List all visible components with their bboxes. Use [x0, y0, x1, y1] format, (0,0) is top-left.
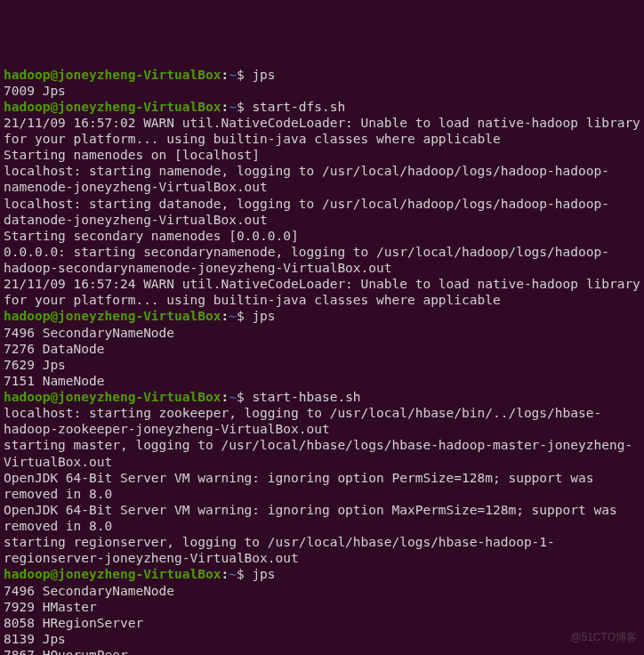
prompt-user-host: hadoop@joneyzheng-VirtualBox	[4, 68, 221, 82]
prompt-path: ~	[229, 309, 237, 323]
prompt-dollar: $	[237, 309, 252, 323]
output-line: localhost: starting zookeeper, logging t…	[4, 405, 640, 437]
output-line: 7629 Jps	[4, 357, 640, 373]
prompt-colon: :	[221, 100, 229, 114]
command-text: start-dfs.sh	[252, 100, 345, 114]
command-line[interactable]: hadoop@joneyzheng-VirtualBox:~$ start-hb…	[4, 389, 640, 405]
output-line: OpenJDK 64-Bit Server VM warning: ignori…	[4, 470, 640, 502]
prompt-path: ~	[229, 68, 237, 82]
output-line: Starting secondary namenodes [0.0.0.0]	[4, 228, 640, 244]
command-text: start-hbase.sh	[252, 390, 360, 404]
prompt-dollar: $	[237, 68, 252, 82]
command-text: jps	[252, 309, 275, 323]
output-line: 8058 HRegionServer	[4, 615, 640, 631]
output-line: 7276 DataNode	[4, 341, 640, 357]
shell-prompt: hadoop@joneyzheng-VirtualBox:~$	[4, 567, 252, 581]
command-line[interactable]: hadoop@joneyzheng-VirtualBox:~$ start-df…	[4, 99, 640, 115]
shell-prompt: hadoop@joneyzheng-VirtualBox:~$	[4, 390, 252, 404]
command-line[interactable]: hadoop@joneyzheng-VirtualBox:~$ jps	[4, 308, 640, 324]
output-line: 0.0.0.0: starting secondarynamenode, log…	[4, 244, 640, 276]
prompt-path: ~	[229, 567, 237, 581]
output-line: Starting namenodes on [localhost]	[4, 147, 640, 163]
terminal-window[interactable]: hadoop@joneyzheng-VirtualBox:~$ jps7009 …	[4, 67, 640, 656]
command-text: jps	[252, 68, 275, 82]
output-line: localhost: starting datanode, logging to…	[4, 196, 640, 228]
output-line: starting regionserver, logging to /usr/l…	[4, 534, 640, 566]
prompt-user-host: hadoop@joneyzheng-VirtualBox	[4, 309, 221, 323]
output-line: 21/11/09 16:57:02 WARN util.NativeCodeLo…	[4, 115, 640, 147]
shell-prompt: hadoop@joneyzheng-VirtualBox:~$	[4, 309, 252, 323]
output-line: localhost: starting namenode, logging to…	[4, 163, 640, 195]
command-line[interactable]: hadoop@joneyzheng-VirtualBox:~$ jps	[4, 67, 640, 83]
command-line[interactable]: hadoop@joneyzheng-VirtualBox:~$ jps	[4, 566, 640, 582]
output-line: 7496 SecondaryNameNode	[4, 325, 640, 341]
output-line: 7929 HMaster	[4, 599, 640, 615]
output-line: 21/11/09 16:57:24 WARN util.NativeCodeLo…	[4, 276, 640, 308]
prompt-user-host: hadoop@joneyzheng-VirtualBox	[4, 100, 221, 114]
prompt-user-host: hadoop@joneyzheng-VirtualBox	[4, 390, 221, 404]
prompt-path: ~	[229, 390, 237, 404]
command-text: jps	[252, 567, 275, 581]
output-line: 7496 SecondaryNameNode	[4, 583, 640, 599]
shell-prompt: hadoop@joneyzheng-VirtualBox:~$	[4, 68, 252, 82]
prompt-colon: :	[221, 390, 229, 404]
watermark-text: @51CTO博客	[570, 631, 637, 644]
prompt-colon: :	[221, 567, 229, 581]
prompt-colon: :	[221, 309, 229, 323]
prompt-dollar: $	[237, 390, 252, 404]
prompt-colon: :	[221, 68, 229, 82]
prompt-dollar: $	[237, 100, 252, 114]
output-line: starting master, logging to /usr/local/h…	[4, 437, 640, 469]
prompt-path: ~	[229, 100, 237, 114]
shell-prompt: hadoop@joneyzheng-VirtualBox:~$	[4, 100, 252, 114]
output-line: 7151 NameNode	[4, 373, 640, 389]
output-line: 8139 Jps	[4, 631, 640, 647]
output-line: 7009 Jps	[4, 83, 640, 99]
prompt-user-host: hadoop@joneyzheng-VirtualBox	[4, 567, 221, 581]
prompt-dollar: $	[237, 567, 252, 581]
output-line: OpenJDK 64-Bit Server VM warning: ignori…	[4, 502, 640, 534]
output-line: 7867 HQuorumPeer	[4, 647, 640, 655]
